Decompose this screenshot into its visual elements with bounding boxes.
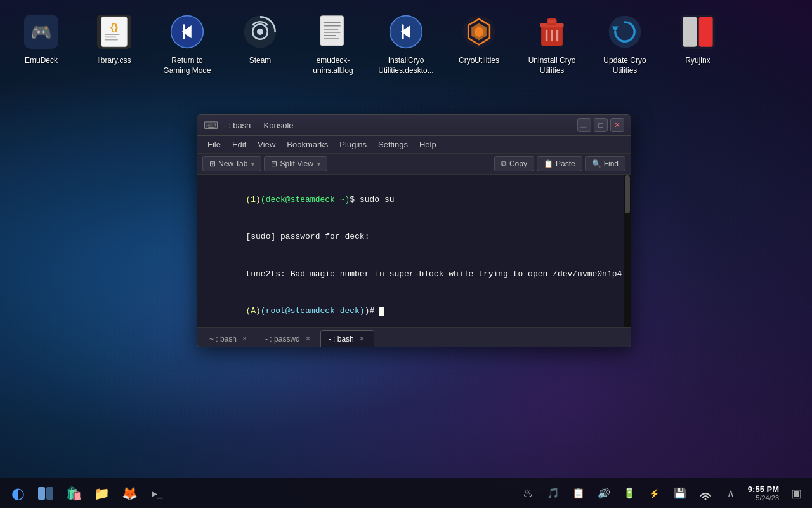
taskbar-store-button[interactable]: 🛍️: [61, 481, 86, 506]
tray-steam-icon[interactable]: ♨: [517, 483, 539, 504]
maximize-button[interactable]: □: [594, 118, 608, 132]
term-line4-prompt: )#: [365, 306, 379, 316]
desktop-icon-ryujinx[interactable]: Ryujinx: [663, 6, 733, 81]
konsole-window: ⌨ - : bash — Konsole ﹏ □ ✕ File Edit Vie…: [197, 114, 631, 347]
ryujinx-label: Ryujinx: [685, 56, 710, 66]
desktop-icon-update-cryo[interactable]: Update CryoUtilities: [590, 6, 660, 81]
copy-icon: ⧉: [501, 159, 507, 168]
uninstall-cryo-svg: [535, 15, 569, 49]
term-line2-text: [sudo] password for deck:: [246, 232, 369, 241]
desktop-icon-steam[interactable]: Steam: [225, 6, 295, 81]
desktop-icon-install-cryo[interactable]: InstallCryoUtilities.deskto...: [371, 6, 441, 81]
desktop-icon-cryoutilities[interactable]: CryoUtilities: [444, 6, 514, 81]
menu-plugins[interactable]: Plugins: [334, 138, 372, 151]
konsole-tab-3[interactable]: - : bash ✕: [320, 330, 374, 347]
svg-rect-15: [324, 22, 341, 23]
split-view-chevron-icon: ▾: [317, 161, 320, 168]
svg-rect-35: [683, 17, 697, 46]
tray-expand-icon[interactable]: ∧: [720, 483, 742, 504]
ryujinx-icon-image: [678, 11, 718, 52]
copy-button[interactable]: ⧉ Copy: [494, 156, 534, 171]
update-cryo-label: Update CryoUtilities: [603, 56, 646, 76]
tray-network-icon[interactable]: [695, 483, 716, 504]
cryoutilities-icon-image: [459, 11, 499, 52]
emudeck-log-label: emudeck-uninstall.log: [313, 56, 353, 76]
desktop-icon-return-gaming[interactable]: Return toGaming Mode: [152, 6, 222, 81]
steam-svg: [243, 15, 277, 49]
new-tab-button[interactable]: ⊞ New Tab ▾: [202, 156, 261, 171]
split-view-button[interactable]: ⊟ Split View ▾: [264, 156, 327, 171]
close-button[interactable]: ✕: [610, 118, 624, 132]
emudeck-svg: 🎮: [24, 15, 58, 49]
terminal-scrollbar[interactable]: [624, 175, 631, 327]
library-css-label: library.css: [97, 56, 131, 66]
term-line-1: (1)(deck@steamdeck ~)$ sudo su: [206, 181, 622, 218]
tray-battery-icon[interactable]: 🔋: [619, 483, 640, 504]
desktop: 🎮 EmuDeck {} library.css: [0, 0, 812, 508]
svg-rect-17: [324, 29, 339, 30]
emudeck-log-svg: [316, 15, 350, 49]
pager-svg: [37, 485, 55, 502]
emudeck-icon-image: 🎮: [21, 11, 62, 52]
konsole-tab-2[interactable]: - : passwd ✕: [257, 330, 320, 347]
paste-button[interactable]: 📋 Paste: [537, 156, 582, 171]
return-gaming-label: Return toGaming Mode: [163, 56, 211, 76]
tray-removable-icon[interactable]: 💾: [669, 483, 691, 504]
menu-help[interactable]: Help: [414, 138, 442, 151]
tab-2-label: - : passwd: [265, 335, 300, 344]
split-view-label: Split View: [280, 159, 313, 168]
terminal-scrollbar-thumb[interactable]: [625, 175, 630, 213]
taskbar-pager-button[interactable]: [33, 481, 58, 506]
menu-view[interactable]: View: [252, 138, 280, 151]
taskbar-firefox-button[interactable]: 🦊: [117, 481, 142, 506]
find-button[interactable]: 🔍 Find: [585, 156, 625, 171]
term-cursor: [379, 307, 384, 316]
svg-rect-7: [105, 37, 117, 38]
menu-file[interactable]: File: [202, 138, 226, 151]
taskbar-terminal-button[interactable]: ▶_: [145, 481, 170, 506]
new-tab-label: New Tab: [218, 159, 247, 168]
tray-audio-icon[interactable]: 🎵: [542, 483, 564, 504]
desktop-icon-uninstall-cryo[interactable]: Uninstall CryoUtilities: [517, 6, 587, 81]
update-cryo-icon-image: [605, 11, 645, 52]
svg-point-39: [704, 498, 706, 500]
menu-bookmarks[interactable]: Bookmarks: [282, 138, 333, 151]
cryoutilities-svg: [462, 15, 496, 49]
term-line-3: tune2fs: Bad magic number in super-block…: [206, 255, 622, 293]
tab-1-close[interactable]: ✕: [240, 334, 249, 344]
tray-clipboard-icon[interactable]: 📋: [568, 483, 589, 504]
term-line-4: (A)(root@steamdeck deck))#: [206, 293, 622, 328]
svg-rect-36: [699, 17, 713, 46]
konsole-tab-1[interactable]: ~ : bash ✕: [201, 330, 257, 347]
konsole-terminal-area[interactable]: (1)(deck@steamdeck ~)$ sudo su [sudo] pa…: [197, 175, 631, 327]
install-cryo-svg: [389, 15, 423, 49]
desktop-icon-library-css[interactable]: {} library.css: [79, 6, 149, 81]
term-line1-num: (1): [246, 195, 260, 204]
library-css-svg: {}: [97, 15, 131, 49]
tab-3-label: - : bash: [329, 335, 354, 344]
konsole-toolbar: ⊞ New Tab ▾ ⊟ Split View ▾ ⧉ Copy 📋 Past…: [197, 154, 631, 175]
svg-rect-20: [324, 38, 339, 39]
taskbar-files-button[interactable]: 📁: [89, 481, 114, 506]
menu-edit[interactable]: Edit: [227, 138, 251, 151]
tray-bluetooth-icon[interactable]: ⚡: [644, 483, 665, 504]
tab-2-close[interactable]: ✕: [304, 334, 312, 344]
minimize-button[interactable]: ﹏: [577, 118, 591, 132]
emudeck-log-icon-image: [313, 11, 353, 52]
term-line1-prompt: $: [350, 195, 360, 204]
find-label: Find: [604, 159, 619, 168]
screen-icon[interactable]: ▣: [785, 483, 807, 504]
tray-volume-icon[interactable]: 🔊: [593, 483, 615, 504]
desktop-icon-area: 🎮 EmuDeck {} library.css: [0, 0, 812, 87]
taskbar-clock[interactable]: 9:55 PM 5/24/23: [744, 485, 783, 502]
term-line1-cmd: sudo su: [360, 195, 395, 204]
term-line4-user: (root@steamdeck deck): [261, 306, 365, 316]
taskbar-plasma-button[interactable]: ◐: [5, 481, 30, 506]
menu-settings[interactable]: Settings: [373, 138, 413, 151]
tab-3-close[interactable]: ✕: [358, 334, 366, 344]
svg-point-12: [257, 29, 263, 35]
desktop-icon-emudeck[interactable]: 🎮 EmuDeck: [6, 6, 76, 81]
desktop-icon-emudeck-log[interactable]: emudeck-uninstall.log: [298, 6, 368, 81]
uninstall-cryo-icon-image: [532, 11, 572, 52]
return-gaming-svg: [170, 15, 204, 49]
